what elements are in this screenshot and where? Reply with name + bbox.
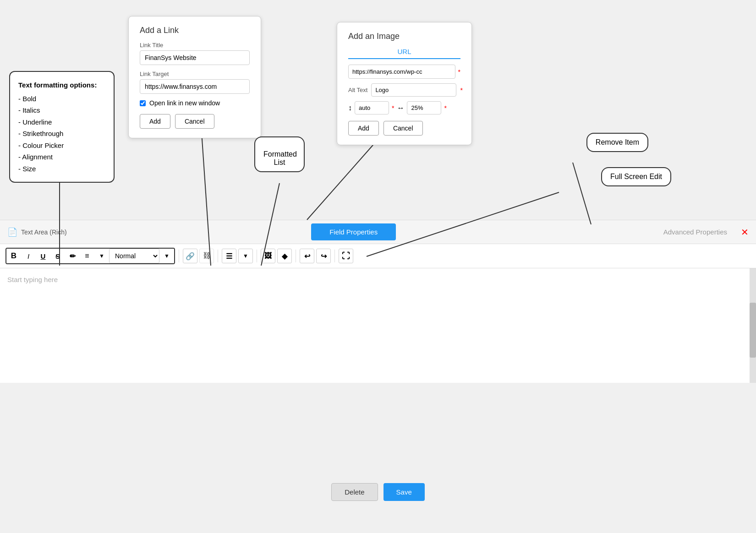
link-target-label: Link Target xyxy=(140,71,250,77)
separator-2 xyxy=(218,250,218,262)
dialog-image-size-row: ↕ * ↔ * xyxy=(348,101,460,114)
panel-header: 📄 Text Area (Rich) Field Properties Adva… xyxy=(0,220,756,244)
open-new-window-checkbox[interactable] xyxy=(140,100,146,106)
text-size-select[interactable]: Normal Heading 1 Heading 2 Heading 3 xyxy=(109,249,159,263)
dialog-link-title: Add a Link xyxy=(140,26,250,35)
dialog-image-url-input[interactable] xyxy=(348,65,455,79)
bold-button[interactable]: B xyxy=(6,249,21,263)
alignment-button[interactable]: ≡ xyxy=(80,249,94,263)
panel-close-button[interactable]: ✕ xyxy=(741,227,749,238)
height-required-star: * xyxy=(392,104,394,112)
tooltip-formatting: Text formatting options: - Bold - Italic… xyxy=(9,71,115,183)
tooltip-size: - Size xyxy=(18,163,105,175)
size-dropdown-button[interactable]: ▼ xyxy=(159,249,174,263)
eraser-button[interactable]: ◆ xyxy=(277,249,292,263)
dialog-image-url-row: * xyxy=(348,65,460,79)
dialog-image-title: Add an Image xyxy=(348,32,460,41)
svg-line-3 xyxy=(307,142,376,220)
bubble-remove-item: Remove Item xyxy=(586,133,648,152)
dialog-image-alt-row: Alt Text * xyxy=(348,83,460,97)
editor-placeholder: Start typing here xyxy=(7,276,58,283)
tooltip-underline: - Underline xyxy=(18,116,105,128)
panel-title-row: 📄 Text Area (Rich) xyxy=(7,227,67,237)
separator-3 xyxy=(257,250,257,262)
tooltip-alignment: - Alignment xyxy=(18,151,105,163)
main-area: Text formatting options: - Bold - Italic… xyxy=(0,0,756,533)
image-button[interactable]: 🖼 xyxy=(261,249,275,263)
editor-area[interactable]: Start typing here xyxy=(0,268,756,383)
dialog-link-add-button[interactable]: Add xyxy=(140,114,170,129)
alt-text-input[interactable] xyxy=(371,83,456,97)
dialog-image: Add an Image URL * Alt Text * ↕ * ↔ * Ad… xyxy=(337,22,472,145)
dialog-link-buttons: Add Cancel xyxy=(140,114,250,129)
dialog-image-add-button[interactable]: Add xyxy=(348,121,379,136)
bottom-panel: 📄 Text Area (Rich) Field Properties Adva… xyxy=(0,220,756,383)
dialog-image-buttons: Add Cancel xyxy=(348,121,460,136)
scrollbar-track[interactable] xyxy=(750,268,756,383)
dialog-link: Add a Link Link Title Link Target Open l… xyxy=(128,16,261,138)
url-required-star: * xyxy=(458,68,460,76)
rich-text-toolbar: B I U S ✏ ≡ ▼ Normal Heading 1 Heading 2… xyxy=(0,244,756,268)
open-new-window-row: Open link in new window xyxy=(140,99,250,107)
italic-button[interactable]: I xyxy=(21,249,36,263)
tooltip-title: Text formatting options: xyxy=(18,79,105,91)
separator-4 xyxy=(296,250,296,262)
separator-5 xyxy=(334,250,335,262)
tab-advanced-properties[interactable]: Advanced Properties xyxy=(650,223,741,240)
link-title-input[interactable] xyxy=(140,50,250,65)
link-title-label: Link Title xyxy=(140,42,250,49)
dialog-image-cancel-button[interactable]: Cancel xyxy=(383,121,423,136)
save-button[interactable]: Save xyxy=(383,483,425,501)
link-target-input[interactable] xyxy=(140,79,250,94)
separator-1 xyxy=(179,250,179,262)
full-screen-edit-label: Full Screen Edit xyxy=(610,173,662,180)
undo-button[interactable]: ↩ xyxy=(300,249,314,263)
doc-icon: 📄 xyxy=(7,227,17,237)
unlink-button[interactable]: ⛓ xyxy=(199,249,214,263)
dialog-image-url-tab[interactable]: URL xyxy=(348,48,460,59)
list-dropdown-button[interactable]: ▼ xyxy=(238,249,253,263)
strikethrough-button[interactable]: S xyxy=(50,249,65,263)
alignment-dropdown-button[interactable]: ▼ xyxy=(94,249,109,263)
height-input[interactable] xyxy=(355,101,389,114)
link-button[interactable]: 🔗 xyxy=(183,249,197,263)
redo-button[interactable]: ↪ xyxy=(316,249,331,263)
fullscreen-button[interactable]: ⛶ xyxy=(339,249,353,263)
delete-button[interactable]: Delete xyxy=(331,483,378,501)
open-new-window-label: Open link in new window xyxy=(149,99,220,107)
bubble-full-screen-edit: Full Screen Edit xyxy=(601,167,671,186)
panel-title-label: Text Area (Rich) xyxy=(21,228,67,236)
alt-required-star: * xyxy=(460,87,462,94)
width-icon: ↔ xyxy=(397,104,404,112)
dialog-link-cancel-button[interactable]: Cancel xyxy=(175,114,214,129)
width-input[interactable] xyxy=(407,101,441,114)
remove-item-label: Remove Item xyxy=(596,138,639,146)
tooltip-colour-picker: - Colour Picker xyxy=(18,140,105,152)
height-icon: ↕ xyxy=(348,104,352,112)
list-button[interactable]: ☰ xyxy=(222,249,236,263)
formatted-list-label: FormattedList xyxy=(263,150,297,166)
tooltip-italics: - Italics xyxy=(18,104,105,116)
alt-text-label: Alt Text xyxy=(348,87,367,93)
format-group: B I U S ✏ ≡ ▼ Normal Heading 1 Heading 2… xyxy=(5,248,175,264)
bubble-formatted-list: FormattedList xyxy=(254,136,305,172)
underline-button[interactable]: U xyxy=(36,249,50,263)
scrollbar-thumb[interactable] xyxy=(750,303,756,358)
tab-field-properties[interactable]: Field Properties xyxy=(311,223,396,240)
colour-picker-button[interactable]: ✏ xyxy=(65,249,80,263)
svg-line-4 xyxy=(573,163,591,224)
tooltip-strikethrough: - Strikethrough xyxy=(18,128,105,140)
footer-buttons: Delete Save xyxy=(0,474,756,515)
tooltip-bold: - Bold xyxy=(18,93,105,105)
width-required-star: * xyxy=(444,104,446,112)
